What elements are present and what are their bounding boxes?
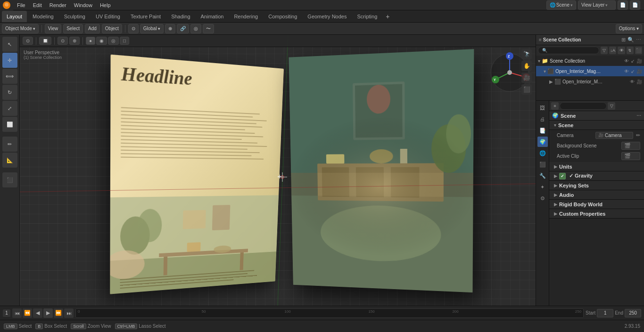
prop-view-layer-icon[interactable]: 📑 (537, 125, 548, 136)
material-shading-btn[interactable]: ◉ (96, 37, 107, 45)
prop-scene-icon[interactable]: 🌍 (537, 137, 548, 147)
scene-section-scene[interactable]: 🌍 Scene ⋯ (549, 111, 644, 121)
select-tool-icon[interactable]: ↖ (2, 37, 17, 52)
render-icon[interactable]: 🎥 (636, 58, 642, 64)
end-frame-input[interactable] (625, 309, 641, 317)
options-btn[interactable]: Options ▾ (616, 24, 642, 33)
tab-rendering[interactable]: Rendering (229, 11, 263, 22)
prop-modifier-icon[interactable]: 🔧 (537, 170, 548, 181)
timeline-track[interactable]: 0 50 100 150 200 250 (75, 308, 584, 318)
viewport-shading-btn[interactable]: 🔲 (39, 37, 51, 45)
item-select-icon[interactable]: ↙ (631, 69, 635, 74)
outliner-sort-btn[interactable]: ↓A (609, 47, 616, 54)
menu-render[interactable]: Render (46, 0, 70, 10)
prop-physics-icon[interactable]: ⚙ (537, 193, 548, 203)
viewport-camera-btn[interactable]: 🎥 (521, 73, 532, 83)
prop-output-icon[interactable]: 🖨 (537, 114, 548, 124)
tab-modeling[interactable]: Modeling (28, 11, 58, 22)
tab-layout[interactable]: Layout (2, 11, 27, 22)
move-tool[interactable]: ⟺ (2, 69, 17, 84)
outliner-item-magazine-sub[interactable]: ▶ ⬛ Open_Interior_Magazine_... 👁 🎥 (536, 76, 644, 87)
select-btn[interactable]: Select (63, 24, 83, 33)
outliner-search-icon[interactable]: 🔍 (627, 37, 634, 43)
prop-object-icon[interactable]: ⬛ (537, 159, 548, 170)
active-clip-value[interactable]: 🎬 (621, 152, 640, 160)
jump-end-btn[interactable]: ⏭ (64, 308, 74, 318)
add-cube-tool[interactable]: ⬛ (2, 172, 17, 187)
units-section[interactable]: ▶ Units (549, 162, 644, 171)
filter-active-btn[interactable]: ⬛ (635, 47, 642, 54)
outliner-filter-icon[interactable]: ⊞ (621, 37, 626, 43)
select-icon[interactable]: ↙ (631, 58, 635, 64)
viewport-overlays-btn[interactable]: ⊙ (58, 37, 68, 45)
gravity-section[interactable]: ▶ ✓ ✓ Gravity (549, 171, 644, 181)
keying-sets-section[interactable]: ▶ Keying Sets (549, 181, 644, 190)
scene-sub-section[interactable]: ▾ Scene (549, 121, 644, 130)
outliner-item-scene-collection[interactable]: ▾ 📁 Scene Collection 👁 ↙ 🎥 (536, 56, 644, 66)
play-back-btn[interactable]: ◀ (33, 308, 42, 318)
tab-compositing[interactable]: Compositing (264, 11, 302, 22)
cursor-tool[interactable]: ✛ (2, 53, 17, 68)
step-forward-btn[interactable]: ⏩ (54, 308, 63, 318)
transform-tool[interactable]: ⬜ (2, 117, 17, 132)
prop-search-input[interactable] (560, 102, 607, 110)
gravity-checkbox[interactable]: ✓ (559, 173, 566, 179)
frame-indicator[interactable]: 1 (3, 309, 10, 317)
tab-scripting[interactable]: Scripting (352, 11, 382, 22)
audio-section[interactable]: ▶ Audio (549, 190, 644, 200)
start-frame-input[interactable] (597, 309, 613, 317)
item-visibility-icon[interactable]: 👁 (624, 69, 629, 74)
prop-render-icon[interactable]: 🖼 (537, 103, 548, 113)
menu-help[interactable]: Help (96, 0, 115, 10)
viewport-zoom-btn[interactable]: 🔭 (521, 49, 532, 59)
pivot-btn[interactable]: ⊕ (165, 24, 175, 33)
snap-origin-btn[interactable]: ⊙ (128, 24, 139, 33)
scene-section-options[interactable]: ⋯ (636, 113, 641, 118)
camera-value[interactable]: 🎥 Camera (595, 132, 633, 139)
outliner-item-magazine[interactable]: ▾ ⬛ Open_Interior_Magazine_Moc... 👁 ↙ 🎥 (536, 66, 644, 76)
tab-shading[interactable]: Shading (166, 11, 195, 22)
view-btn[interactable]: View (45, 24, 62, 33)
filter-selected-btn[interactable]: ↯ (627, 47, 634, 54)
viewport-mode-btn[interactable]: ⊙ (23, 37, 33, 45)
rotate-tool[interactable]: ↻ (2, 85, 17, 100)
solid-shading-btn[interactable]: ● (86, 37, 95, 45)
menu-file[interactable]: File (13, 0, 29, 10)
prop-particles-icon[interactable]: ✦ (537, 182, 548, 192)
tab-animation[interactable]: Animation (196, 11, 229, 22)
view-layer-selector[interactable]: View Layer ▾ (578, 0, 616, 10)
prop-filter-btn1[interactable]: ≡ (551, 102, 559, 110)
rendered-shading-btn[interactable]: ◎ (108, 37, 119, 45)
scene-selector[interactable]: 🌐 Scene ▾ (546, 0, 576, 10)
prop-world-icon[interactable]: 🌐 (537, 148, 548, 158)
object-btn[interactable]: Object (102, 24, 122, 33)
falloff-btn[interactable]: 〜 (203, 24, 214, 33)
step-back-btn[interactable]: ⏪ (23, 308, 32, 318)
add-btn[interactable]: Add (85, 24, 100, 33)
play-btn[interactable]: ▶ (43, 308, 53, 318)
camera-new-btn[interactable]: ✏ (636, 132, 640, 138)
viewport-pan-btn[interactable]: ✋ (521, 61, 532, 71)
outliner-filter-btn[interactable]: ▽ (601, 47, 608, 54)
new-view-layer-btn[interactable]: 📄 (630, 0, 640, 10)
outliner-search-input[interactable] (538, 47, 599, 54)
tab-texture-paint[interactable]: Texture Paint (126, 11, 165, 22)
proportional-btn[interactable]: ◎ (190, 24, 201, 33)
measure-tool[interactable]: 📐 (2, 153, 17, 168)
tab-geometry-nodes[interactable]: Geometry Nodes (303, 11, 351, 22)
filter-all-btn[interactable]: 👁 (618, 47, 625, 54)
rigid-body-section[interactable]: ▶ Rigid Body World (549, 200, 644, 209)
scale-tool[interactable]: ⤢ (2, 101, 17, 116)
annotate-tool[interactable]: ✏ (2, 137, 17, 152)
bg-scene-value[interactable]: 🎬 (621, 142, 640, 150)
jump-start-btn[interactable]: ⏮ (12, 308, 22, 318)
visibility-icon[interactable]: 👁 (624, 58, 629, 64)
snap-btn[interactable]: 🔗 (177, 24, 189, 33)
tab-uv-editing[interactable]: UV Editing (91, 11, 125, 22)
add-workspace-btn[interactable]: + (383, 13, 392, 20)
menu-edit[interactable]: Edit (29, 0, 46, 10)
new-scene-btn[interactable]: 📄 (618, 0, 628, 10)
tab-sculpting[interactable]: Sculpting (59, 11, 90, 22)
viewport-render-btn[interactable]: ⬛ (521, 84, 532, 95)
sub-visibility-icon[interactable]: 👁 (630, 79, 635, 84)
